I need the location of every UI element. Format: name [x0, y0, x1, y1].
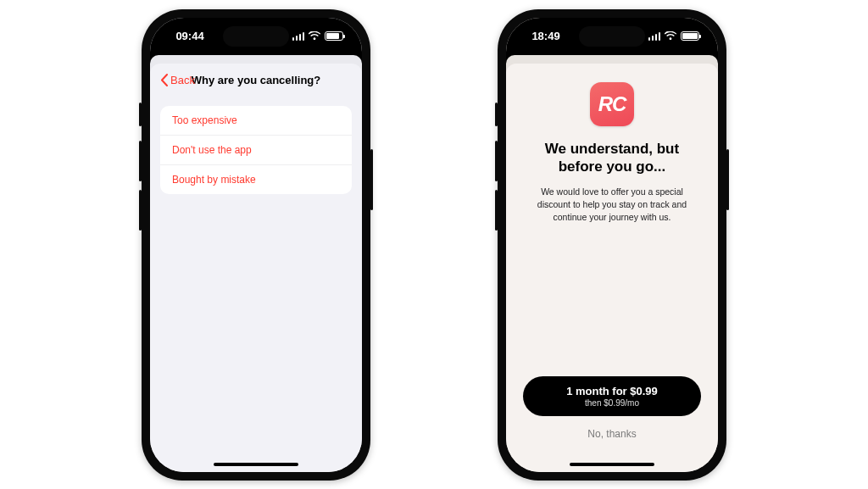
volume-up-button: [139, 141, 142, 181]
volume-down-button: [495, 190, 498, 231]
offer-body: We would love to offer you a special dis…: [523, 186, 701, 225]
accept-offer-button[interactable]: 1 month for $0.99 then $0.99/mo: [523, 376, 701, 416]
battery-icon: [325, 31, 343, 41]
nav-bar: Back Why are you cancelling?: [150, 64, 362, 97]
phone-right: 18:49 RC We understand, but before you g…: [498, 9, 726, 481]
phone-left: 09:44 Back Why are you cancelling? Too e…: [142, 9, 370, 481]
volume-down-button: [139, 190, 142, 231]
cta-sub-label: then $0.99/mo: [533, 398, 691, 408]
dynamic-island: [223, 26, 289, 47]
power-button: [726, 149, 729, 210]
status-indicators: [648, 31, 700, 41]
wifi-icon: [309, 31, 320, 41]
back-button[interactable]: Back: [160, 64, 195, 97]
status-time: 18:49: [525, 30, 567, 42]
app-icon: RC: [590, 82, 634, 126]
status-indicators: [292, 31, 344, 41]
reason-mistake[interactable]: Bought by mistake: [160, 165, 352, 194]
screen-left: 09:44 Back Why are you cancelling? Too e…: [150, 18, 362, 472]
volume-up-button: [495, 141, 498, 181]
status-time: 09:44: [169, 30, 211, 42]
reason-dont-use[interactable]: Don't use the app: [160, 136, 352, 165]
wifi-icon: [665, 31, 676, 41]
battery-icon: [681, 31, 699, 41]
reason-too-expensive[interactable]: Too expensive: [160, 106, 352, 136]
screen-right: 18:49 RC We understand, but before you g…: [506, 18, 718, 472]
power-button: [370, 149, 373, 210]
reason-list: Too expensive Don't use the app Bought b…: [160, 106, 352, 194]
page-title: Why are you cancelling?: [192, 74, 320, 86]
home-indicator[interactable]: [214, 463, 298, 466]
back-label: Back: [170, 74, 195, 86]
offer-title: We understand, but before you go...: [523, 140, 701, 176]
offer-sheet: RC We understand, but before you go... W…: [506, 64, 718, 472]
side-button: [139, 103, 142, 126]
cellular-icon: [292, 32, 305, 41]
chevron-left-icon: [160, 74, 168, 86]
side-button: [495, 103, 498, 126]
app-icon-text: RC: [598, 92, 626, 116]
decline-offer-button[interactable]: No, thanks: [587, 428, 636, 440]
home-indicator[interactable]: [570, 463, 654, 466]
modal-sheet: Back Why are you cancelling? Too expensi…: [150, 64, 362, 472]
cellular-icon: [648, 32, 661, 41]
dynamic-island: [579, 26, 645, 47]
cta-main-label: 1 month for $0.99: [533, 385, 691, 397]
